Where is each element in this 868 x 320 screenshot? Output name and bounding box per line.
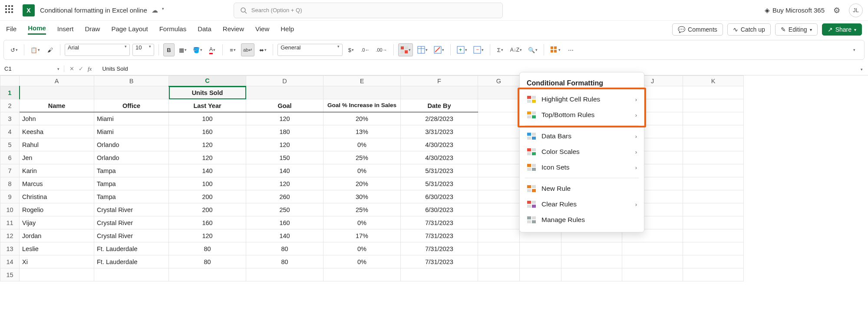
merge-button[interactable]: ⬌▾ [257,43,268,56]
cell-k10[interactable] [683,203,744,216]
catch-up-button[interactable]: ∿Catch up [727,23,771,36]
cell-k7[interactable] [683,164,744,177]
cell-d5[interactable]: 120 [246,138,323,151]
cell-g6[interactable] [478,151,520,164]
cell-k13[interactable] [683,242,744,255]
cell-b12[interactable]: Crystal River [94,229,169,242]
cell-g14[interactable] [478,255,520,268]
increase-decimal-button[interactable]: .00→ [374,43,389,56]
cell-a8[interactable]: Marcus [20,177,94,190]
cell-g1[interactable] [478,86,520,99]
cell-d1[interactable] [246,86,323,99]
cell-f11[interactable]: 7/31/2023 [401,216,478,229]
cell-b5[interactable]: Orlando [94,138,169,151]
font-name-select[interactable]: Arial ▾ [65,44,130,56]
cell-b10[interactable]: Crystal River [94,203,169,216]
editing-mode-button[interactable]: ✎Editing▾ [775,23,818,36]
borders-button[interactable]: ▦▾ [177,43,188,56]
cell-c14[interactable]: 80 [169,255,246,268]
cell-e9[interactable]: 30% [323,190,401,203]
cell-k4[interactable] [683,125,744,138]
row-header-15[interactable]: 15 [0,268,20,281]
cell-g5[interactable] [478,138,520,151]
cell-d12[interactable]: 140 [246,229,323,242]
cell-a3[interactable]: John [20,112,94,125]
cf-menu-item-clear-rules[interactable]: Clear Rules› [520,196,644,212]
cell-g7[interactable] [478,164,520,177]
cell-b2[interactable]: Office [94,99,169,112]
cell-styles-button[interactable]: ▾ [432,43,446,56]
cell-c5[interactable]: 120 [169,138,246,151]
cell-g4[interactable] [478,125,520,138]
cell-c4[interactable]: 160 [169,125,246,138]
cell-d14[interactable]: 80 [246,255,323,268]
cell-b3[interactable]: Miami [94,112,169,125]
row-header-13[interactable]: 13 [0,242,20,255]
cell-f15[interactable] [401,268,478,281]
more-options-button[interactable]: ⋯ [565,43,576,56]
cell-g9[interactable] [478,190,520,203]
search-input[interactable]: Search (Option + Q) [234,3,503,18]
col-header-f[interactable]: F [401,76,478,86]
cell-c10[interactable]: 200 [169,203,246,216]
tab-view[interactable]: View [255,25,269,34]
cell-d4[interactable]: 180 [246,125,323,138]
cell-d9[interactable]: 260 [246,190,323,203]
settings-icon[interactable]: ⚙ [833,6,840,15]
tab-home[interactable]: Home [28,24,46,35]
cell-b11[interactable]: Crystal River [94,216,169,229]
cell-k1[interactable] [683,86,744,99]
cell-d13[interactable]: 80 [246,242,323,255]
col-header-e[interactable]: E [323,76,401,86]
cell-h14[interactable] [520,255,561,268]
cell-a11[interactable]: Vijay [20,216,94,229]
cf-menu-item-new-rule[interactable]: New Rule [520,181,644,196]
tab-data[interactable]: Data [198,25,211,34]
cell-e6[interactable]: 25% [323,151,401,164]
row-header-4[interactable]: 4 [0,125,20,138]
number-format-select[interactable]: General ▾ [277,44,343,56]
cell-d3[interactable]: 120 [246,112,323,125]
cf-menu-item-highlight-cell-rules[interactable]: Highlight Cell Rules› [520,91,644,107]
cell-a7[interactable]: Karin [20,164,94,177]
cell-f4[interactable]: 3/31/2023 [401,125,478,138]
avatar[interactable]: JL [849,3,863,17]
cell-a12[interactable]: Jordan [20,229,94,242]
cell-e5[interactable]: 0% [323,138,401,151]
cell-e8[interactable]: 20% [323,177,401,190]
comments-button[interactable]: 💬Comments [672,23,723,36]
col-header-g[interactable]: G [478,76,520,86]
cell-c12[interactable]: 120 [169,229,246,242]
autosum-button[interactable]: Σ▾ [495,43,506,56]
ribbon-collapse-button[interactable]: ▾ [848,43,860,56]
cell-k5[interactable] [683,138,744,151]
cell-k6[interactable] [683,151,744,164]
cell-c15[interactable] [169,268,246,281]
cell-b15[interactable] [94,268,169,281]
title-dropdown-icon[interactable]: ▾ [162,7,164,14]
cf-menu-item-icon-sets[interactable]: Icon Sets› [520,160,644,175]
col-header-b[interactable]: B [94,76,169,86]
cell-k14[interactable] [683,255,744,268]
row-header-14[interactable]: 14 [0,255,20,268]
paste-button[interactable]: 📋▾ [29,43,42,56]
row-header-6[interactable]: 6 [0,151,20,164]
find-button[interactable]: 🔍▾ [526,43,539,56]
cf-menu-item-color-scales[interactable]: Color Scales› [520,144,644,160]
cell-a13[interactable]: Leslie [20,242,94,255]
col-header-k[interactable]: K [683,76,744,86]
cell-e2[interactable]: Goal % Increase in Sales [323,99,401,112]
cell-c8[interactable]: 100 [169,177,246,190]
share-button[interactable]: ↗Share▾ [822,23,862,36]
cell-e15[interactable] [323,268,401,281]
align-button[interactable]: ≡▾ [227,43,238,56]
row-header-2[interactable]: 2 [0,99,20,112]
cell-a4[interactable]: Keesha [20,125,94,138]
sort-filter-button[interactable]: A↓Z▾ [508,43,524,56]
cell-c1[interactable]: Units Sold [169,86,246,99]
col-header-c[interactable]: C [169,76,246,86]
cell-b13[interactable]: Ft. Lauderdale [94,242,169,255]
wrap-text-button[interactable]: ab↵ [241,43,254,56]
cell-k12[interactable] [683,229,744,242]
formula-bar-expand[interactable]: ▾ [855,65,868,72]
